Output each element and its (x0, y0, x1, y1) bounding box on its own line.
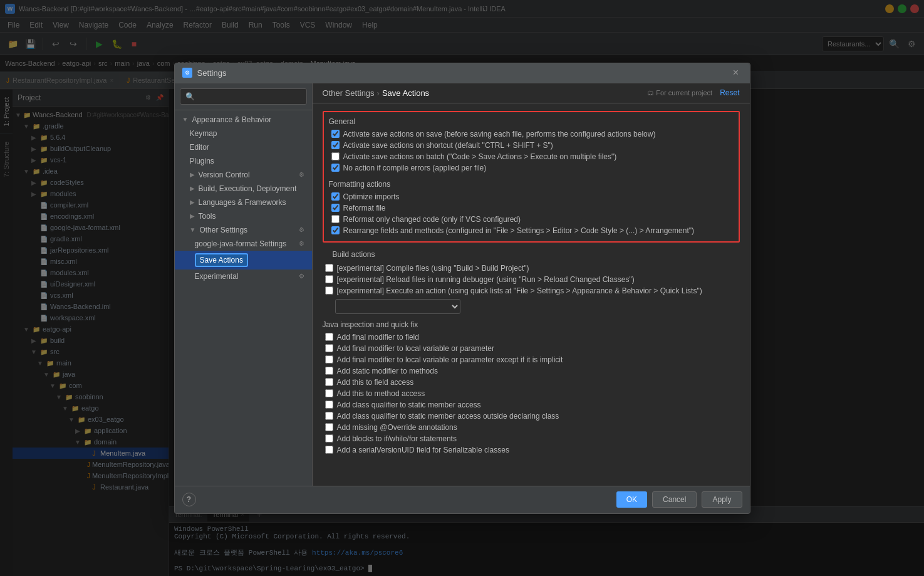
breadcrumb-save-actions: Save Actions (382, 88, 429, 98)
build-check-0[interactable] (325, 264, 333, 272)
formatting-check-0[interactable] (331, 192, 340, 201)
settings-item-google-format[interactable]: google-java-format Settings ⚙ (175, 237, 312, 251)
general-checkbox-2: Activate save actions on batch ("Code > … (329, 151, 734, 162)
java-label-0: Add final modifier to field (337, 333, 419, 342)
java-check-8[interactable] (325, 423, 333, 431)
breadcrumb-other-settings: Other Settings (323, 88, 375, 98)
general-label-3: No action if compile errors (applied per… (343, 164, 487, 172)
settings-item-editor[interactable]: Editor (175, 140, 312, 154)
settings-content: Other Settings › Save Actions 🗂 For curr… (313, 83, 750, 486)
settings-dialog-overlay: ⚙ Settings × ▼ Appearance & Behavior (0, 0, 924, 576)
java-checkbox-8: Add missing @Override annotations (323, 422, 740, 433)
formatting-checkbox-0: Optimize imports (329, 191, 734, 202)
java-label-10: Add a serialVersionUID field for Seriali… (337, 446, 509, 454)
java-checkbox-0: Add final modifier to field (323, 332, 740, 343)
general-label-0: Activate save actions on save (before sa… (343, 130, 656, 139)
formatting-check-3[interactable] (331, 226, 340, 234)
java-check-7[interactable] (325, 412, 333, 420)
java-check-9[interactable] (325, 434, 333, 442)
cancel-button[interactable]: Cancel (652, 491, 697, 508)
build-actions-section: Build actions [experimental] Compile fil… (323, 250, 740, 314)
general-label-2: Activate save actions on batch ("Code > … (343, 152, 617, 161)
build-checkbox-1: [experimental] Reload files in running d… (323, 274, 740, 285)
settings-search-input[interactable] (180, 88, 307, 105)
settings-item-save-actions[interactable]: Save Actions (175, 251, 312, 270)
settings-label-plugins: Plugins (190, 157, 214, 165)
settings-item-keymap[interactable]: Keymap (175, 127, 312, 140)
build-checkbox-2: [experimental] Execute an action (using … (323, 285, 740, 296)
java-check-5[interactable] (325, 389, 333, 397)
settings-label-build: Build, Execution, Deployment (199, 184, 297, 193)
general-check-3[interactable] (331, 164, 340, 172)
java-check-3[interactable] (325, 367, 333, 375)
ok-button[interactable]: OK (616, 491, 647, 508)
formatting-label-3: Rearrange fields and methods (configured… (343, 226, 694, 235)
formatting-checkbox-2: Reformat only changed code (only if VCS … (329, 214, 734, 225)
build-label-1: [experimental] Reload files in running d… (337, 275, 635, 284)
java-label-5: Add this to method access (337, 389, 425, 398)
settings-item-languages[interactable]: ▶ Languages & Frameworks (175, 196, 312, 209)
java-check-2[interactable] (325, 355, 333, 364)
build-title: Build actions (333, 250, 730, 259)
java-check-0[interactable] (325, 333, 333, 341)
settings-sidebar: ▼ Appearance & Behavior Keymap Editor Pl… (175, 83, 313, 486)
general-label-1: Activate save actions on shortcut (defau… (343, 141, 553, 150)
settings-item-other-settings[interactable]: ▼ Other Settings ⚙ (175, 223, 312, 237)
settings-experimental-gear: ⚙ (299, 273, 304, 280)
general-checkbox-1: Activate save actions on shortcut (defau… (329, 140, 734, 151)
java-label-9: Add blocks to if/while/for statements (337, 434, 457, 443)
settings-label-languages: Languages & Frameworks (199, 198, 286, 207)
settings-item-tools[interactable]: ▶ Tools (175, 209, 312, 223)
java-checkbox-3: Add static modifier to methods (323, 365, 740, 377)
java-check-10[interactable] (325, 446, 333, 454)
java-checkbox-4: Add this to field access (323, 377, 740, 388)
build-actions-dropdown[interactable] (335, 299, 460, 314)
settings-item-appearance[interactable]: ▼ Appearance & Behavior (175, 113, 312, 127)
for-project-label: 🗂 For current project (647, 89, 712, 97)
settings-item-build[interactable]: ▶ Build, Execution, Deployment (175, 182, 312, 196)
java-check-6[interactable] (325, 401, 333, 409)
settings-label-other: Other Settings (199, 226, 247, 234)
java-label-2: Add final modifier to local variable or … (337, 355, 563, 364)
build-check-1[interactable] (325, 275, 333, 283)
general-check-2[interactable] (331, 152, 340, 160)
settings-label-tools: Tools (199, 212, 216, 221)
java-check-1[interactable] (325, 344, 333, 352)
save-actions-selected-indicator: Save Actions (195, 253, 248, 267)
build-dropdown-container (335, 299, 740, 314)
java-checkbox-10: Add a serialVersionUID field for Seriali… (323, 444, 740, 456)
settings-label-save-actions: Save Actions (200, 256, 243, 264)
general-check-1[interactable] (331, 141, 340, 149)
formatting-check-2[interactable] (331, 215, 340, 223)
general-check-0[interactable] (331, 130, 340, 138)
settings-search-container (175, 83, 312, 110)
help-button[interactable]: ? (182, 493, 196, 506)
apply-button[interactable]: Apply (702, 491, 742, 508)
general-title: General (329, 117, 734, 126)
formatting-title: Formatting actions (329, 180, 734, 189)
dialog-close-button[interactable]: × (730, 66, 742, 79)
settings-label-editor: Editor (190, 143, 209, 152)
settings-tree: ▼ Appearance & Behavior Keymap Editor Pl… (175, 110, 312, 486)
settings-item-vcs[interactable]: ▶ Version Control ⚙ (175, 168, 312, 182)
java-checkbox-9: Add blocks to if/while/for statements (323, 433, 740, 444)
settings-label-experimental: Experimental (195, 272, 239, 281)
settings-dialog: ⚙ Settings × ▼ Appearance & Behavior (174, 63, 750, 514)
settings-breadcrumb: Other Settings › Save Actions (323, 88, 648, 98)
java-checkbox-7: Add class qualifier to static member acc… (323, 411, 740, 422)
settings-item-plugins[interactable]: Plugins (175, 154, 312, 168)
settings-google-gear: ⚙ (299, 240, 304, 247)
general-checkbox-0: Activate save actions on save (before sa… (329, 128, 734, 140)
reset-button[interactable]: Reset (720, 88, 739, 97)
formatting-checkbox-3: Rearrange fields and methods (configured… (329, 225, 734, 236)
settings-other-gear: ⚙ (299, 226, 304, 233)
project-icon: 🗂 (647, 89, 654, 97)
java-label-6: Add class qualifier to static member acc… (337, 401, 481, 409)
build-check-2[interactable] (325, 286, 333, 295)
java-title: Java inspection and quick fix (323, 320, 740, 329)
java-checkbox-1: Add final modifier to local variable or … (323, 343, 740, 354)
settings-item-experimental[interactable]: Experimental ⚙ (175, 270, 312, 283)
formatting-checkbox-1: Reformat file (329, 202, 734, 214)
formatting-check-1[interactable] (331, 204, 340, 212)
java-check-4[interactable] (325, 378, 333, 386)
